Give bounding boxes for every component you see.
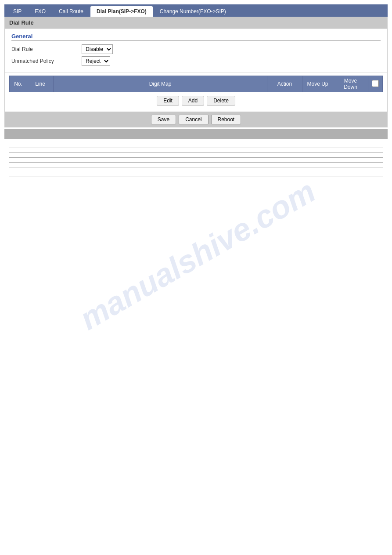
col-header-no: No.: [10, 76, 27, 92]
h-line-2: [9, 152, 383, 153]
dial-rule-control: Disable Enable: [82, 44, 113, 54]
col-header-digitmap: Digit Map: [54, 76, 267, 92]
unmatched-policy-select[interactable]: Reject Allow: [82, 56, 110, 66]
h-line-6: [9, 172, 383, 172]
unmatched-policy-label: Unmatched Policy: [11, 58, 82, 64]
delete-button[interactable]: Delete: [207, 96, 235, 105]
col-header-line: Line: [27, 76, 54, 92]
page-wrapper: SIP FXO Call Route Dial Plan(SIP->FXO) C…: [0, 0, 392, 555]
tab-change-number[interactable]: Change Number(FXO->SIP): [154, 6, 232, 17]
col-header-moveup: Move Up: [302, 76, 333, 92]
lines-area: [4, 139, 388, 186]
general-label: General: [11, 33, 381, 41]
reboot-button[interactable]: Reboot: [211, 115, 241, 124]
unmatched-policy-control: Reject Allow: [82, 56, 110, 66]
section-header: Dial Rule: [5, 17, 387, 29]
unmatched-policy-field-row: Unmatched Policy Reject Allow: [11, 56, 381, 66]
dial-rule-label: Dial Rule: [11, 46, 82, 52]
main-content: Dial Rule General Dial Rule Disable Enab…: [4, 17, 388, 127]
dial-rule-field-row: Dial Rule Disable Enable: [11, 44, 381, 54]
cancel-button[interactable]: Cancel: [179, 115, 208, 124]
col-header-check: [368, 76, 383, 92]
table-area: No. Line Digit Map Action Move Up Move D…: [5, 73, 387, 112]
general-section: General Dial Rule Disable Enable Unmatch…: [5, 29, 387, 73]
tab-dial-plan[interactable]: Dial Plan(SIP->FXO): [90, 6, 153, 17]
dial-table: No. Line Digit Map Action Move Up Move D…: [9, 76, 383, 92]
gray-bar: [4, 129, 388, 139]
h-line-7: [9, 177, 383, 177]
tab-sip[interactable]: SIP: [7, 6, 28, 17]
dial-rule-select[interactable]: Disable Enable: [82, 44, 113, 54]
edit-button[interactable]: Edit: [157, 96, 179, 105]
tab-bar: SIP FXO Call Route Dial Plan(SIP->FXO) C…: [4, 4, 388, 17]
h-line-4: [9, 162, 383, 163]
col-header-action: Action: [267, 76, 302, 92]
section-title: Dial Rule: [9, 19, 34, 26]
add-button[interactable]: Add: [182, 96, 204, 105]
h-line-1: [9, 148, 383, 148]
col-header-movedown: Move Down: [333, 76, 368, 92]
tab-call-route[interactable]: Call Route: [53, 6, 90, 17]
action-buttons: Edit Add Delete: [9, 92, 383, 109]
save-button[interactable]: Save: [151, 115, 176, 124]
bottom-bar: Save Cancel Reboot: [5, 112, 387, 127]
h-line-5: [9, 167, 383, 167]
select-all-checkbox[interactable]: [372, 80, 379, 87]
h-line-3: [9, 157, 383, 158]
tab-fxo[interactable]: FXO: [29, 6, 52, 17]
